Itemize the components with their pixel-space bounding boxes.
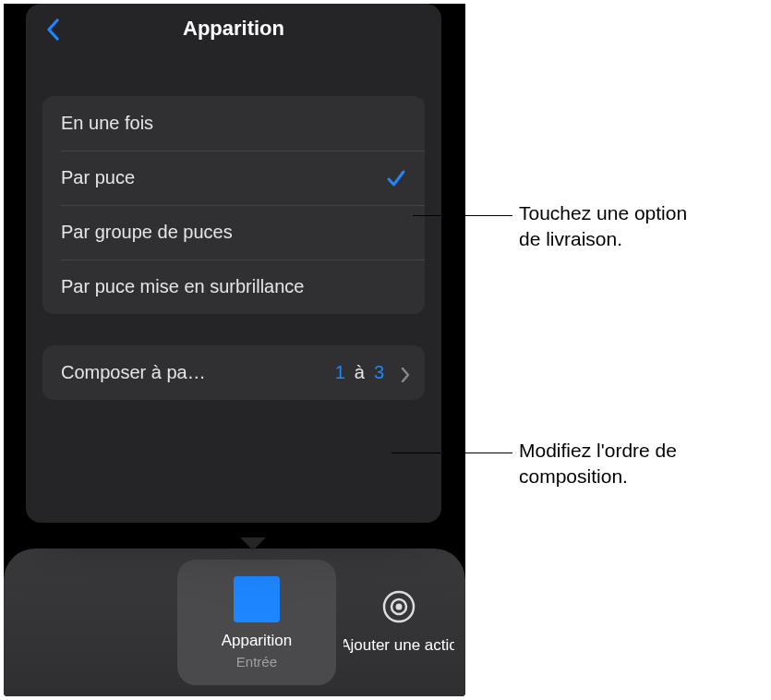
- option-label: Par puce mise en surbrillance: [61, 276, 304, 297]
- compose-label: Composer à pa…: [61, 362, 206, 383]
- back-button[interactable]: [46, 18, 61, 41]
- popover-arrow: [240, 537, 266, 550]
- apparition-popover: Apparition En une fois Par puce Par grou…: [26, 4, 441, 523]
- device-frame: Apparition Entrée Ajouter une actio: [4, 4, 465, 696]
- popover-title: Apparition: [183, 17, 284, 41]
- option-label: Par puce: [61, 167, 135, 188]
- compose-order-group: Composer à pa… 1 à 3: [42, 345, 425, 400]
- compose-separator: à: [355, 362, 365, 383]
- compose-values: 1 à 3: [335, 362, 410, 383]
- effect-tile-add-action[interactable]: Ajouter une actio: [343, 560, 454, 685]
- option-all-at-once[interactable]: En une fois: [42, 96, 425, 151]
- callout-text: Touchez une option: [519, 202, 687, 223]
- compose-from-value: 1: [335, 362, 345, 383]
- callout-line-1: [413, 215, 512, 216]
- callout-text: composition.: [519, 465, 628, 487]
- popover-header: Apparition: [26, 4, 441, 48]
- callout-compose-order: Modifiez l'ordre de composition.: [519, 438, 768, 490]
- checkmark-icon: [386, 168, 406, 188]
- compose-to-value: 3: [374, 362, 384, 383]
- effect-title: Apparition: [222, 632, 293, 650]
- option-by-bullet-group[interactable]: Par groupe de puces: [42, 205, 425, 259]
- option-by-highlighted-bullet[interactable]: Par puce mise en surbrillance: [42, 259, 425, 314]
- svg-point-2: [395, 604, 402, 610]
- callout-line-2: [392, 453, 512, 453]
- popover-wrapper: Apparition En une fois Par puce Par grou…: [26, 4, 441, 537]
- delivery-options-list: En une fois Par puce Par groupe de puces…: [42, 96, 425, 314]
- option-by-bullet[interactable]: Par puce: [42, 151, 425, 205]
- compose-order-row[interactable]: Composer à pa… 1 à 3: [42, 345, 425, 400]
- option-label: Par groupe de puces: [61, 222, 233, 243]
- add-action-icon: [382, 590, 416, 623]
- bottom-effects-bar: Apparition Entrée Ajouter une actio: [4, 549, 465, 696]
- effect-tile-apparition[interactable]: Apparition Entrée: [177, 560, 336, 685]
- effect-subtitle: Entrée: [236, 654, 277, 670]
- chevron-left-icon: [46, 18, 61, 41]
- chevron-right-icon: [401, 366, 410, 380]
- effect-preview-square: [234, 576, 280, 622]
- add-action-title: Ajouter une actio: [343, 636, 454, 655]
- option-label: En une fois: [61, 113, 153, 134]
- callout-text: de livraison.: [519, 228, 622, 249]
- callout-delivery-option: Touchez une option de livraison.: [519, 200, 768, 253]
- callout-text: Modifiez l'ordre de: [519, 440, 677, 461]
